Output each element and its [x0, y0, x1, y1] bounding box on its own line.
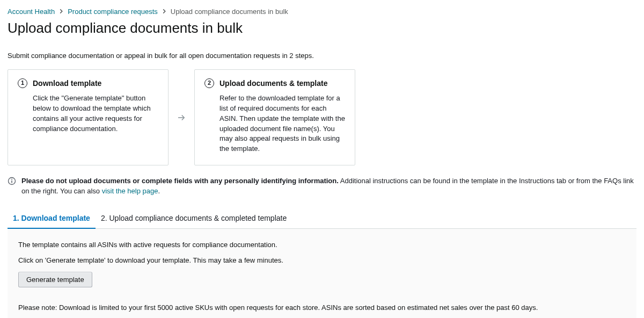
tab-download-template[interactable]: 1. Download template [8, 209, 96, 229]
arrow-right-icon [175, 69, 188, 165]
info-notice: Please do not upload documents or comple… [8, 176, 636, 197]
svg-point-3 [11, 179, 12, 180]
breadcrumb-link-account-health[interactable]: Account Health [8, 8, 55, 16]
tab-panel: The template contains all ASINs with act… [8, 229, 636, 318]
chevron-right-icon [58, 8, 64, 16]
panel-line-1: The template contains all ASINs with act… [18, 241, 626, 249]
page-subtitle: Submit compliance documentation or appea… [8, 52, 636, 60]
breadcrumb: Account Health Product compliance reques… [8, 8, 636, 16]
generate-template-button[interactable]: Generate template [18, 272, 92, 287]
step-card-upload-documents: 2 Upload documents & template Refer to t… [194, 69, 355, 165]
breadcrumb-current: Upload compliance documents in bulk [171, 8, 288, 16]
breadcrumb-link-product-compliance[interactable]: Product compliance requests [68, 8, 158, 16]
step-number-icon: 1 [18, 78, 27, 88]
step-body: Click the "Generate template" button bel… [18, 93, 158, 134]
notice-bold: Please do not upload documents or comple… [21, 177, 339, 185]
chevron-right-icon [161, 8, 167, 16]
tabs: 1. Download template 2. Upload complianc… [8, 209, 636, 229]
panel-line-2: Click on 'Generate template' to download… [18, 256, 626, 264]
page-title: Upload compliance documents in bulk [8, 20, 636, 37]
steps-row: 1 Download template Click the "Generate … [8, 69, 636, 165]
step-title: Download template [33, 79, 101, 88]
notice-text-tail: . [158, 187, 160, 195]
help-page-link[interactable]: visit the help page [102, 187, 158, 195]
step-body: Refer to the downloaded template for a l… [204, 93, 345, 154]
step-card-download-template: 1 Download template Click the "Generate … [8, 69, 169, 165]
info-icon [8, 177, 16, 197]
tab-upload-documents[interactable]: 2. Upload compliance documents & complet… [96, 209, 292, 229]
step-number-icon: 2 [204, 78, 214, 88]
info-notice-body: Please do not upload documents or comple… [21, 176, 636, 197]
step-title: Upload documents & template [219, 79, 327, 88]
panel-note: Please note: Download is limited to your… [18, 303, 626, 312]
